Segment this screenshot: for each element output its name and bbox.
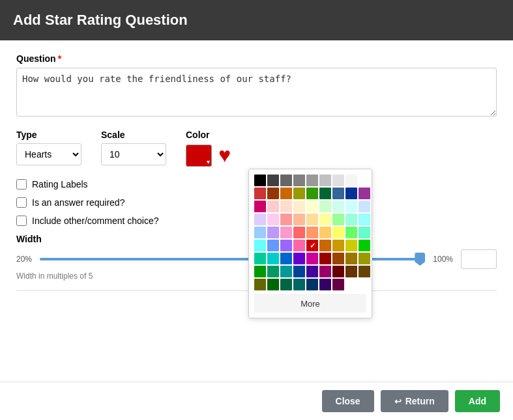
answer-required-checkbox[interactable] xyxy=(16,197,27,208)
color-cell[interactable] xyxy=(319,266,331,277)
color-cell[interactable] xyxy=(359,266,370,277)
color-cell[interactable] xyxy=(293,253,305,264)
color-cell[interactable] xyxy=(280,240,292,251)
color-cell[interactable] xyxy=(319,188,331,199)
color-cell[interactable] xyxy=(332,227,344,238)
color-cell[interactable] xyxy=(280,188,292,199)
color-cell[interactable] xyxy=(267,201,279,212)
color-cell[interactable] xyxy=(332,175,344,186)
color-cell[interactable] xyxy=(345,175,357,186)
color-cell[interactable] xyxy=(306,188,318,199)
color-cell[interactable] xyxy=(345,201,357,212)
question-textarea[interactable]: How would you rate the friendliness of o… xyxy=(16,68,497,117)
color-cell[interactable] xyxy=(254,279,266,290)
color-cell[interactable] xyxy=(345,188,357,199)
color-row: ♥ xyxy=(186,143,231,167)
color-cell[interactable] xyxy=(293,201,305,212)
color-cell[interactable] xyxy=(319,279,331,290)
color-cell[interactable] xyxy=(254,175,266,186)
color-cell[interactable] xyxy=(359,201,370,212)
color-cell[interactable] xyxy=(345,266,357,277)
scale-select[interactable]: 1234 5678 910 xyxy=(101,143,166,165)
color-cell[interactable] xyxy=(306,240,318,251)
color-cell[interactable] xyxy=(254,201,266,212)
color-cell[interactable] xyxy=(293,279,305,290)
color-cell[interactable] xyxy=(345,253,357,264)
color-cell[interactable] xyxy=(280,214,292,225)
close-button[interactable]: Close xyxy=(322,390,374,412)
color-cell[interactable] xyxy=(359,214,370,225)
scale-group: Scale 1234 5678 910 xyxy=(101,130,166,165)
color-cell[interactable] xyxy=(280,266,292,277)
color-cell[interactable] xyxy=(345,240,357,251)
color-cell[interactable] xyxy=(293,214,305,225)
color-cell[interactable] xyxy=(319,175,331,186)
width-input[interactable]: 100 xyxy=(461,249,497,269)
color-cell[interactable] xyxy=(293,240,305,251)
color-cell[interactable] xyxy=(306,266,318,277)
color-cell[interactable] xyxy=(267,175,279,186)
width-max: 100% xyxy=(433,255,453,264)
color-cell[interactable] xyxy=(254,253,266,264)
color-cell[interactable] xyxy=(267,266,279,277)
color-cell[interactable] xyxy=(267,279,279,290)
color-cell[interactable] xyxy=(306,175,318,186)
width-min: 20% xyxy=(16,255,32,264)
color-cell[interactable] xyxy=(332,266,344,277)
color-cell[interactable] xyxy=(332,214,344,225)
color-cell[interactable] xyxy=(267,227,279,238)
more-button[interactable]: More xyxy=(254,294,366,313)
include-comment-checkbox[interactable] xyxy=(16,216,27,226)
modal-body: Question* How would you rate the friendl… xyxy=(0,40,513,382)
color-cell[interactable] xyxy=(306,201,318,212)
color-cell[interactable] xyxy=(345,214,357,225)
color-cell[interactable] xyxy=(306,253,318,264)
color-cell[interactable] xyxy=(332,201,344,212)
color-grid xyxy=(254,175,366,290)
color-cell[interactable] xyxy=(319,201,331,212)
color-cell[interactable] xyxy=(254,266,266,277)
return-label: Return xyxy=(405,396,435,406)
color-cell[interactable] xyxy=(306,214,318,225)
color-cell[interactable] xyxy=(306,279,318,290)
color-cell[interactable] xyxy=(293,266,305,277)
color-cell[interactable] xyxy=(293,175,305,186)
color-cell[interactable] xyxy=(359,188,370,199)
color-cell[interactable] xyxy=(280,227,292,238)
color-cell[interactable] xyxy=(254,240,266,251)
rating-labels-checkbox[interactable] xyxy=(16,179,27,189)
color-cell[interactable] xyxy=(359,175,370,186)
color-cell[interactable] xyxy=(280,279,292,290)
color-cell[interactable] xyxy=(359,240,370,251)
type-select[interactable]: Hearts Stars Thumbs xyxy=(16,143,81,165)
color-cell[interactable] xyxy=(280,201,292,212)
color-cell[interactable] xyxy=(280,253,292,264)
color-cell[interactable] xyxy=(293,188,305,199)
color-cell[interactable] xyxy=(345,227,357,238)
color-cell[interactable] xyxy=(332,279,344,290)
color-cell[interactable] xyxy=(319,214,331,225)
color-cell[interactable] xyxy=(332,253,344,264)
color-swatch[interactable] xyxy=(186,145,212,167)
return-button[interactable]: ↩ Return xyxy=(381,390,448,412)
color-cell[interactable] xyxy=(332,240,344,251)
color-cell[interactable] xyxy=(254,214,266,225)
color-cell[interactable] xyxy=(319,227,331,238)
color-cell[interactable] xyxy=(319,240,331,251)
color-cell[interactable] xyxy=(280,175,292,186)
color-cell[interactable] xyxy=(306,227,318,238)
color-cell[interactable] xyxy=(332,188,344,199)
color-cell[interactable] xyxy=(359,227,370,238)
color-cell[interactable] xyxy=(359,253,370,264)
add-button[interactable]: Add xyxy=(455,390,500,412)
color-cell[interactable] xyxy=(293,227,305,238)
color-cell[interactable] xyxy=(254,227,266,238)
color-cell[interactable] xyxy=(267,253,279,264)
color-cell[interactable] xyxy=(267,240,279,251)
color-cell[interactable] xyxy=(267,214,279,225)
color-cell[interactable] xyxy=(319,253,331,264)
color-cell[interactable] xyxy=(267,188,279,199)
color-cell[interactable] xyxy=(254,188,266,199)
slider-thumb[interactable] xyxy=(415,253,425,266)
type-label: Type xyxy=(16,130,81,140)
